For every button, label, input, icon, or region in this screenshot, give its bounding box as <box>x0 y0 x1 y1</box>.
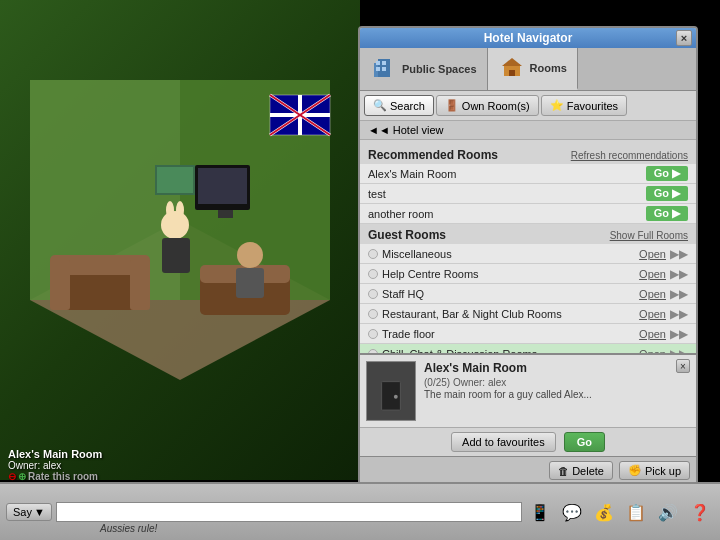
say-button[interactable]: Say ▼ <box>6 503 52 521</box>
preview-occupancy: (0/25) Owner: alex <box>424 377 690 388</box>
guest-rooms-title: Guest Rooms <box>368 228 446 242</box>
phone-icon[interactable]: 📱 <box>526 498 554 526</box>
room-dot <box>368 249 378 259</box>
open-button[interactable]: Open <box>639 288 666 300</box>
svg-rect-33 <box>382 67 386 71</box>
room-name-cell: Alex's Main Room <box>368 168 642 180</box>
nav-close-button[interactable]: × <box>676 30 692 46</box>
svg-rect-19 <box>130 260 150 310</box>
go-button[interactable]: Go ▶ <box>646 206 688 221</box>
open-button[interactable]: Open <box>639 328 666 340</box>
open-button[interactable]: Open <box>639 248 666 260</box>
preview-panel: × Alex's Main Room (0/25) Owner: alex Th… <box>360 353 696 427</box>
nav-titlebar: Hotel Navigator × <box>360 28 696 48</box>
guest-rooms-header: Guest Rooms Show Full Rooms <box>360 224 696 244</box>
go-button[interactable]: Go ▶ <box>646 166 688 181</box>
rate-label: Rate this room <box>28 471 98 482</box>
star-icon: ⭐ <box>550 99 564 112</box>
room-info: Alex's Main Room Owner: alex ⊖ ⊕ Rate th… <box>8 448 102 482</box>
list-item[interactable]: Help Centre Rooms Open ▶▶ <box>360 264 696 284</box>
coins-icon[interactable]: 💰 <box>590 498 618 526</box>
preview-close-button[interactable]: × <box>676 359 690 373</box>
table-row[interactable]: another room Go ▶ <box>360 204 696 224</box>
inventory-icon[interactable]: 📋 <box>622 498 650 526</box>
tab-rooms-label: Rooms <box>530 62 567 74</box>
room-name-cell: Miscellaneous <box>382 248 635 260</box>
preview-info: Alex's Main Room (0/25) Owner: alex The … <box>424 361 690 402</box>
search-bar: 🔍 Search 🚪 Own Room(s) ⭐ Favourites <box>360 91 696 121</box>
search-button[interactable]: 🔍 Search <box>364 95 434 116</box>
list-item[interactable]: Miscellaneous Open ▶▶ <box>360 244 696 264</box>
dropdown-icon: ▼ <box>34 506 45 518</box>
list-item[interactable]: Trade floor Open ▶▶ <box>360 324 696 344</box>
open-button[interactable]: Open <box>639 308 666 320</box>
open-button[interactable]: Open <box>639 268 666 280</box>
arrow-icon: ▶▶ <box>670 287 688 301</box>
svg-rect-31 <box>382 61 386 65</box>
tab-rooms[interactable]: Rooms <box>488 48 578 90</box>
chat-input[interactable] <box>56 502 522 522</box>
tab-public-label: Public Spaces <box>402 63 477 75</box>
arrow-icon: ▶▶ <box>670 267 688 281</box>
volume-icon[interactable]: 🔊 <box>654 498 682 526</box>
nav-bottom-bar: 🗑 Delete ✊ Pick up <box>360 456 696 484</box>
rooms-icon <box>498 54 526 82</box>
room-name-cell: another room <box>368 208 642 220</box>
svg-point-41 <box>394 395 398 399</box>
own-rooms-button[interactable]: 🚪 Own Room(s) <box>436 95 539 116</box>
svg-rect-12 <box>198 168 247 204</box>
rate-room[interactable]: ⊖ ⊕ Rate this room <box>8 471 102 482</box>
list-item[interactable]: Staff HQ Open ▶▶ <box>360 284 696 304</box>
room-dot <box>368 329 378 339</box>
recommended-title: Recommended Rooms <box>368 148 498 162</box>
svg-point-23 <box>166 201 174 219</box>
arrow-icon: ▶▶ <box>670 247 688 261</box>
tab-public-spaces[interactable]: Public Spaces <box>360 48 488 90</box>
room-name-cell: Trade floor <box>382 328 635 340</box>
arrow-icon: ▶▶ <box>670 307 688 321</box>
add-to-favourites-button[interactable]: Add to favourites <box>451 432 556 452</box>
hotel-view-label: Hotel view <box>393 124 444 136</box>
room-owner: Owner: alex <box>8 460 102 471</box>
bottom-bar: Say ▼ 📱 💬 💰 📋 🔊 ❓ Aussies rule! <box>0 482 720 540</box>
go-button[interactable]: Go ▶ <box>646 186 688 201</box>
nav-title: Hotel Navigator <box>484 31 573 45</box>
svg-rect-18 <box>50 260 70 310</box>
nav-tabs: Public Spaces Rooms <box>360 48 696 91</box>
preview-room-title: Alex's Main Room <box>424 361 690 375</box>
table-row[interactable]: Alex's Main Room Go ▶ <box>360 164 696 184</box>
svg-rect-32 <box>376 67 380 71</box>
hotel-view-bar[interactable]: ◄◄ Hotel view <box>360 121 696 140</box>
bottom-icons: 📱 💬 💰 📋 🔊 ❓ <box>526 498 714 526</box>
list-item[interactable]: Chill, Chat & Discussion Rooms Open ▶▶ <box>360 344 696 353</box>
svg-rect-25 <box>162 238 190 273</box>
help-icon[interactable]: ❓ <box>686 498 714 526</box>
room-name-cell: Staff HQ <box>382 288 635 300</box>
room-name-cell: Restaurant, Bar & Night Club Rooms <box>382 308 635 320</box>
chat-bubble: Aussies rule! <box>100 523 157 534</box>
favourites-button[interactable]: ⭐ Favourites <box>541 95 627 116</box>
room-dot <box>368 309 378 319</box>
public-spaces-icon <box>370 55 398 83</box>
svg-rect-13 <box>218 210 233 218</box>
table-row[interactable]: test Go ▶ <box>360 184 696 204</box>
chat-icon[interactable]: 💬 <box>558 498 586 526</box>
rooms-list: Recommended Rooms Refresh recommendation… <box>360 140 696 353</box>
room-dot <box>368 289 378 299</box>
hotel-navigator-panel: Hotel Navigator × Public Spaces <box>358 26 698 486</box>
search-icon: 🔍 <box>373 99 387 112</box>
room-name: Alex's Main Room <box>8 448 102 460</box>
svg-rect-36 <box>509 70 515 76</box>
svg-point-22 <box>161 211 189 239</box>
game-area <box>0 0 360 480</box>
nav-content: Recommended Rooms Refresh recommendation… <box>360 140 696 456</box>
preview-go-button[interactable]: Go <box>564 432 605 452</box>
delete-button[interactable]: 🗑 Delete <box>549 461 613 480</box>
list-item[interactable]: Restaurant, Bar & Night Club Rooms Open … <box>360 304 696 324</box>
show-full-rooms-button[interactable]: Show Full Rooms <box>610 230 688 241</box>
pickup-icon: ✊ <box>628 464 642 477</box>
room-name-cell: test <box>368 188 642 200</box>
refresh-recommendations-button[interactable]: Refresh recommendations <box>571 150 688 161</box>
pickup-button[interactable]: ✊ Pick up <box>619 461 690 480</box>
room-name-cell: Help Centre Rooms <box>382 268 635 280</box>
